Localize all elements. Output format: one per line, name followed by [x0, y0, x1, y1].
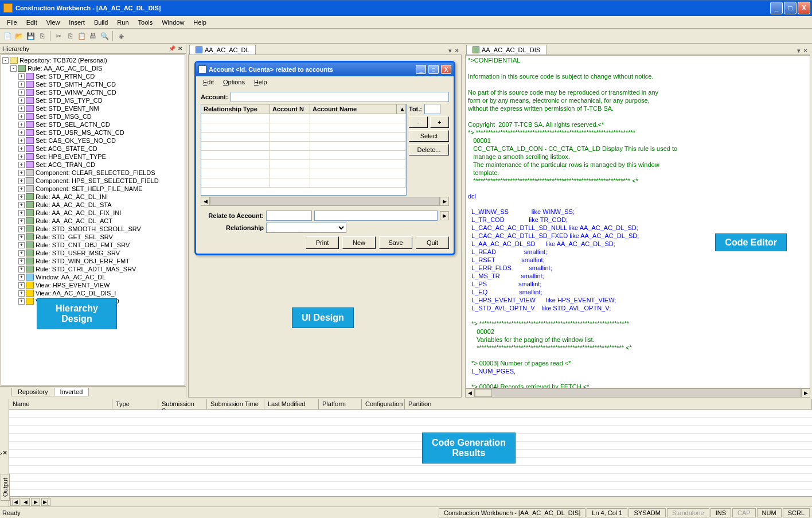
tree-item[interactable]: +Component: CLEAR_SELECTED_FIELDS	[2, 169, 184, 177]
tree-toggle[interactable]: +	[18, 114, 25, 120]
minimize-button[interactable]: _	[770, 2, 783, 14]
menu-help[interactable]: Help	[189, 18, 211, 27]
inner-min-button[interactable]: _	[416, 65, 426, 74]
tree-item[interactable]: +Rule: AA_AC_AC_DL_STA	[2, 201, 184, 209]
col-platform[interactable]: Platform	[319, 399, 362, 409]
inner-menu-edit[interactable]: Edit	[200, 77, 217, 87]
nav-prev-icon[interactable]: ◀	[21, 498, 30, 506]
panel-close-icon[interactable]: ✕	[177, 45, 184, 52]
tree-toggle[interactable]: +	[18, 178, 25, 184]
tree-item[interactable]: +Set: STD_RTRN_CD	[2, 72, 184, 80]
inverted-tab[interactable]: Inverted	[54, 388, 89, 396]
paste-icon[interactable]: 📋	[76, 31, 87, 41]
col-sub-time[interactable]: Submission Time	[207, 399, 264, 409]
col-name[interactable]: Name	[9, 399, 112, 409]
tree-toggle[interactable]: +	[18, 298, 25, 305]
menu-file[interactable]: File	[2, 18, 22, 27]
tree-toggle[interactable]: +	[18, 130, 25, 136]
code-editor[interactable]: *>CONFIDENTIAL Information in this sourc…	[465, 55, 810, 388]
tree-toggle[interactable]: +	[18, 138, 25, 144]
tree-toggle[interactable]: +	[18, 290, 25, 297]
tree-toggle[interactable]: +	[18, 210, 25, 216]
col-partition[interactable]: Partition	[405, 399, 812, 409]
relate-input-1[interactable]	[266, 211, 312, 221]
nav-next-icon[interactable]: ▶	[31, 498, 40, 506]
inner-menu-help[interactable]: Help	[251, 77, 271, 87]
tree-item[interactable]: +Component: SET_HELP_FILE_NAME	[2, 185, 184, 193]
col-type[interactable]: Type	[112, 399, 158, 409]
copy-icon[interactable]: ⎘	[65, 31, 75, 41]
tree-toggle[interactable]: -	[2, 57, 9, 64]
col-acctn[interactable]: Account N	[270, 104, 310, 114]
relate-input-2[interactable]	[314, 211, 438, 221]
scroll-up-icon[interactable]: ▲	[397, 104, 406, 114]
menu-insert[interactable]: Insert	[64, 18, 89, 27]
tree-toggle[interactable]: +	[18, 194, 25, 200]
tree-item[interactable]: +Rule: AA_AC_AC_DL_INI	[2, 193, 184, 201]
relate-lookup-icon[interactable]: ▶	[440, 211, 449, 220]
col-modified[interactable]: Last Modified	[264, 399, 319, 409]
menu-view[interactable]: View	[42, 18, 65, 27]
relationship-select[interactable]	[266, 223, 346, 233]
tree-toggle[interactable]: +	[18, 170, 25, 176]
col-sub-status[interactable]: Submission S...	[158, 399, 207, 409]
tree-item[interactable]: +Set: STD_SEL_ACTN_CD	[2, 120, 184, 128]
nav-last-icon[interactable]: ▶|	[41, 498, 50, 506]
col-reltype[interactable]: Relationship Type	[201, 104, 270, 114]
maximize-button[interactable]: □	[784, 2, 797, 14]
tree-item[interactable]: +Rule: STD_CTRL_ADTI_MAS_SRV	[2, 265, 184, 273]
close-button[interactable]: X	[798, 2, 810, 14]
tree-toggle[interactable]: +	[18, 73, 25, 80]
tree-item[interactable]: +Set: STD_EVENT_NM	[2, 104, 184, 112]
print-icon[interactable]: 🖶	[88, 31, 98, 41]
nav-first-icon[interactable]: |◀	[10, 498, 19, 506]
cut-icon[interactable]: ✂	[53, 31, 64, 41]
menu-build[interactable]: Build	[89, 18, 112, 27]
menu-run[interactable]: Run	[112, 18, 133, 27]
tree-item[interactable]: +Rule: STD_USER_MSG_SRV	[2, 249, 184, 257]
open-icon[interactable]: 📂	[14, 31, 24, 41]
tree-toggle[interactable]: +	[18, 226, 25, 232]
tree-root-rule[interactable]: Rule: AA_AC_AC_DL_DIS	[28, 65, 102, 72]
tree-item[interactable]: +Rule: STD_GET_SEL_SRV	[2, 233, 184, 241]
design-window[interactable]: Account <Id. Cuenta> related to accounts…	[194, 61, 455, 255]
saveall-icon[interactable]: ⎘	[37, 31, 47, 41]
repo-tab[interactable]: Repository	[11, 388, 54, 396]
tree-toggle[interactable]: +	[18, 154, 25, 160]
tree-toggle[interactable]: +	[18, 282, 25, 289]
tree-toggle[interactable]: +	[18, 122, 25, 128]
tree-item[interactable]: +Set: STD_SMTH_ACTN_CD	[2, 80, 184, 88]
menu-edit[interactable]: Edit	[22, 18, 42, 27]
menu-window[interactable]: Window	[157, 18, 189, 27]
tree-item[interactable]: +Window: AA_AC_AC_DL	[2, 273, 184, 281]
tree-toggle[interactable]: +	[18, 274, 25, 281]
hscroll-track[interactable]	[474, 388, 801, 398]
inner-close-button[interactable]: X	[441, 65, 451, 74]
tree-toggle[interactable]: +	[18, 266, 25, 272]
scroll-right-icon[interactable]: ▶	[440, 197, 449, 206]
tree-root[interactable]: Repository: TCB702 (Personal)	[19, 57, 107, 64]
tree-item[interactable]: +Component: HPS_SET_SELECTED_FIELD	[2, 177, 184, 185]
hierarchy-tree[interactable]: - Repository: TCB702 (Personal) - Rule: …	[1, 54, 185, 385]
center-tab[interactable]: AA_AC_AC_DL	[189, 45, 256, 54]
scrollbar-track[interactable]	[210, 197, 440, 206]
tree-toggle[interactable]: +	[18, 89, 25, 96]
tab-menu-icon[interactable]: ▾	[797, 47, 801, 54]
col-config[interactable]: Configuration	[362, 399, 405, 409]
inner-max-button[interactable]: □	[428, 65, 439, 74]
tree-item[interactable]: +Set: HPS_EVENT_TYPE	[2, 153, 184, 161]
tree-toggle[interactable]: +	[18, 162, 25, 168]
save-icon[interactable]: 💾	[25, 31, 36, 41]
select-button[interactable]: Select	[409, 130, 449, 142]
tree-toggle[interactable]: +	[18, 202, 25, 208]
minus-button[interactable]: -	[409, 116, 428, 128]
tree-item[interactable]: +View: HPS_EVENT_VIEW	[2, 281, 184, 289]
plus-button[interactable]: +	[430, 116, 449, 128]
print-button[interactable]: Print	[306, 236, 339, 249]
quit-button[interactable]: Quit	[416, 236, 449, 249]
tree-item[interactable]: +View: AA_AC_AC_DL_DIS_I	[2, 289, 184, 297]
hscroll-right-icon[interactable]: ▶	[801, 388, 810, 398]
tree-item[interactable]: +Set: STD_WINW_ACTN_CD	[2, 88, 184, 96]
tree-toggle[interactable]: +	[18, 81, 25, 88]
menu-tools[interactable]: Tools	[134, 18, 158, 27]
